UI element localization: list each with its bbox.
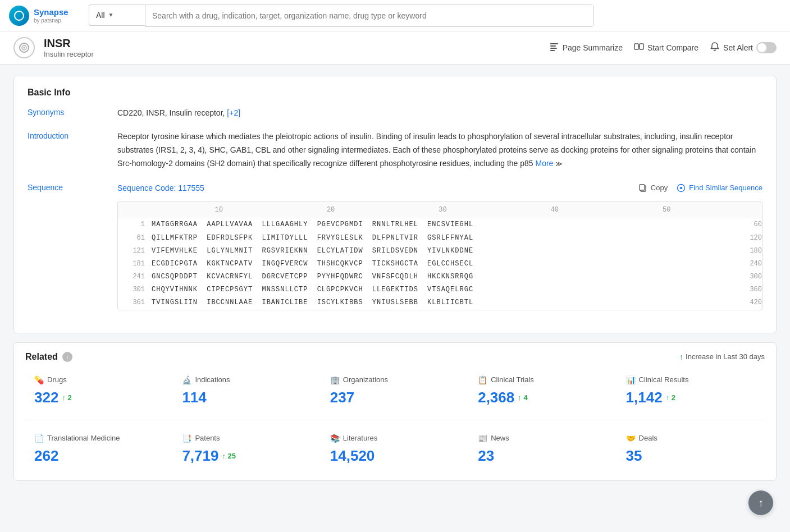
svg-point-2 <box>24 47 25 49</box>
related-info-icon[interactable]: i <box>62 352 72 362</box>
basic-info-title: Basic Info <box>28 88 762 98</box>
literatures-label: Literatures <box>343 434 377 442</box>
related-item-clinical-results[interactable]: 📊 Clinical Results 1,142 ↑ 2 <box>617 369 765 413</box>
translational-label: Translational Medicine <box>47 434 120 442</box>
clinical-trials-count: 2,368 ↑ 4 <box>478 389 608 406</box>
search-category-dropdown[interactable]: All ▼ <box>89 4 145 26</box>
svg-rect-5 <box>550 48 557 49</box>
sequence-label: Sequence <box>28 182 117 310</box>
related-item-drugs[interactable]: 💊 Drugs 322 ↑ 2 <box>25 369 173 413</box>
related-header: Related i ↑ Increase in Last 30 days <box>25 352 765 362</box>
seq-line: 1MATGGRRGAA AAPLLVAVAA LLLGAAGHLY PGEVCP… <box>118 218 762 231</box>
news-label: News <box>491 434 509 442</box>
svg-rect-8 <box>640 44 643 49</box>
related-item-news[interactable]: 📰 News 23 <box>469 427 617 471</box>
related-item-patents[interactable]: 📑 Patents 7,719 ↑ 25 <box>173 427 321 471</box>
translational-count: 262 <box>34 447 164 465</box>
search-input[interactable] <box>145 5 593 26</box>
literatures-icon: 📚 <box>330 434 340 443</box>
related-item-clinical-trials[interactable]: 📋 Clinical Trials 2,368 ↑ 4 <box>469 369 617 413</box>
patents-icon: 📑 <box>182 434 191 443</box>
chevron-down-icon: ▼ <box>108 12 114 18</box>
drugs-count: 322 ↑ 2 <box>34 389 164 406</box>
sequence-value: Sequence Code: 117555 Copy <box>117 182 762 310</box>
svg-rect-4 <box>550 45 556 47</box>
clinical-results-increase: ↑ 2 <box>666 393 675 402</box>
related-item-deals[interactable]: 🤝 Deals 35 <box>617 427 765 471</box>
related-grid: 💊 Drugs 322 ↑ 2 🔬 Indications 114 <box>25 369 765 471</box>
entity-subtitle: Insulin receptor <box>44 50 540 58</box>
patents-increase: ↑ 25 <box>222 452 236 460</box>
patents-label: Patents <box>195 434 220 442</box>
intro-label[interactable]: Introduction <box>28 130 117 170</box>
deals-icon: 🤝 <box>626 434 636 443</box>
sub-header: INSR Insulin receptor Page Summarize <box>0 31 790 65</box>
start-compare-button[interactable]: Start Compare <box>634 42 698 54</box>
related-title-area: Related i <box>25 352 72 362</box>
drugs-increase: ↑ 2 <box>62 393 71 402</box>
compare-icon <box>634 42 644 54</box>
indications-label: Indications <box>195 375 230 384</box>
copy-button[interactable]: Copy <box>638 184 668 192</box>
basic-info-card: Basic Info Synonyms CD220, INSR, Insulin… <box>13 76 777 333</box>
related-item-organizations[interactable]: 🏢 Organizations 237 <box>321 369 469 413</box>
clinical-trials-icon: 📋 <box>478 375 487 384</box>
clinical-results-count: 1,142 ↑ 2 <box>626 389 756 406</box>
intro-content: Receptor tyrosine kinase which mediates … <box>117 132 756 168</box>
related-item-literatures[interactable]: 📚 Literatures 14,520 <box>321 427 469 471</box>
synonyms-text: CD220, INSR, Insulin receptor, <box>117 108 225 117</box>
seq-line: 61QILLMFKTRP EDFRDLSFPK LIMITDYLLL FRVYG… <box>118 232 762 245</box>
svg-rect-11 <box>640 185 645 190</box>
sequence-row: Sequence Sequence Code: 117555 Copy <box>28 182 762 310</box>
search-category-text: All <box>96 11 105 20</box>
find-similar-button[interactable]: Find Similar Sequence <box>677 184 762 192</box>
svg-rect-3 <box>550 43 558 44</box>
seq-line: 361TVINGSLIIN IBCCNNLAAE IBANICLIBE ISCY… <box>118 296 762 309</box>
summarize-icon <box>549 42 559 54</box>
set-alert-button[interactable]: Set Alert <box>710 42 777 54</box>
svg-rect-6 <box>550 50 555 51</box>
seq-scrollable[interactable]: 1MATGGRRGAA AAPLLVAVAA LLLGAAGHLY PGEVCP… <box>118 218 762 309</box>
news-count: 23 <box>478 447 608 465</box>
seq-line: 181ECGDICPGTA KGKTNCPATV INGQFVERCW THSH… <box>118 258 762 270</box>
copy-icon <box>638 184 647 192</box>
compare-label: Start Compare <box>647 43 698 52</box>
page-summarize-button[interactable]: Page Summarize <box>549 42 623 54</box>
find-similar-icon <box>677 184 686 192</box>
synonyms-row: Synonyms CD220, INSR, Insulin receptor, … <box>28 107 762 119</box>
related-item-indications[interactable]: 🔬 Indications 114 <box>173 369 321 413</box>
clinical-trials-increase: ↑ 4 <box>518 393 527 402</box>
summarize-label: Page Summarize <box>563 43 623 52</box>
organizations-icon: 🏢 <box>330 375 340 384</box>
increase-label: ↑ Increase in Last 30 days <box>679 352 765 361</box>
logo: Synapse by patsnap <box>9 6 82 26</box>
synonyms-value: CD220, INSR, Insulin receptor, [+2] <box>117 107 762 119</box>
seq-ruler: 10 20 30 40 50 <box>118 201 762 218</box>
related-item-translational[interactable]: 📄 Translational Medicine 262 <box>25 427 173 471</box>
clinical-results-icon: 📊 <box>626 375 636 384</box>
logo-name: Synapse <box>34 7 69 17</box>
seq-header: Sequence Code: 117555 Copy <box>117 182 762 194</box>
literatures-count: 14,520 <box>330 447 460 465</box>
entity-name: INSR <box>44 37 540 50</box>
news-icon: 📰 <box>478 434 487 443</box>
divider <box>25 420 765 420</box>
target-icon <box>19 42 30 53</box>
intro-more-link[interactable]: More ≫ <box>535 159 562 168</box>
entity-info: INSR Insulin receptor <box>44 37 540 58</box>
sequence-code-link[interactable]: Sequence Code: 117555 <box>117 182 204 194</box>
logo-icon <box>9 6 29 26</box>
drugs-icon: 💊 <box>34 375 44 384</box>
logo-inner <box>14 11 24 21</box>
alert-toggle[interactable] <box>756 42 777 53</box>
patents-count: 7,719 ↑ 25 <box>182 447 312 465</box>
logo-text: Synapse by patsnap <box>34 7 69 24</box>
related-title: Related <box>25 352 58 362</box>
main-content: Basic Info Synonyms CD220, INSR, Insulin… <box>0 65 790 492</box>
svg-point-13 <box>681 187 682 189</box>
navbar: Synapse by patsnap All ▼ <box>0 0 790 31</box>
seq-line: 241GNCSQPDDPT KCVACRNFYL DGRCVETCPP PYYH… <box>118 270 762 283</box>
clinical-results-label: Clinical Results <box>639 375 689 384</box>
indications-icon: 🔬 <box>182 375 191 384</box>
synonyms-more-link[interactable]: [+2] <box>227 108 240 117</box>
